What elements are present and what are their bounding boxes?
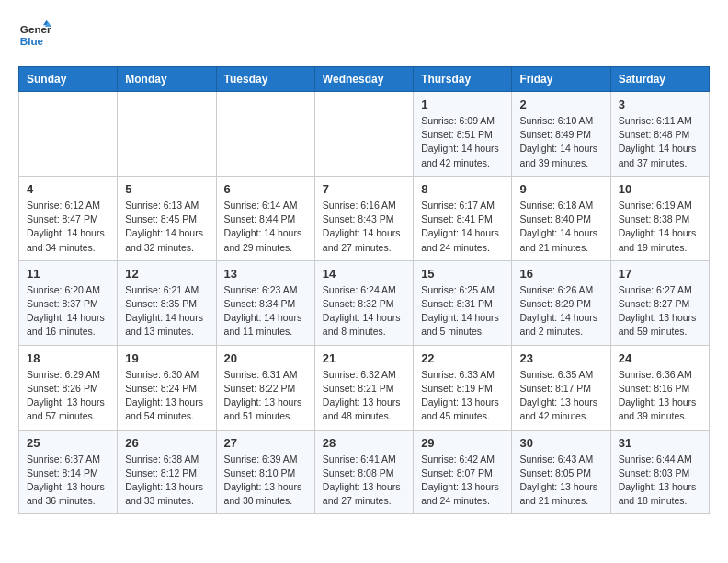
day-info: Sunrise: 6:31 AMSunset: 8:22 PMDaylight:… (224, 368, 307, 424)
day-info: Sunrise: 6:13 AMSunset: 8:45 PMDaylight:… (125, 199, 208, 255)
day-number: 29 (421, 436, 504, 450)
calendar-header-row: SundayMondayTuesdayWednesdayThursdayFrid… (19, 67, 710, 92)
day-info: Sunrise: 6:41 AMSunset: 8:08 PMDaylight:… (323, 453, 405, 509)
day-number: 3 (619, 98, 701, 111)
day-number: 13 (224, 267, 307, 281)
day-cell: 19Sunrise: 6:30 AMSunset: 8:24 PMDayligh… (118, 345, 216, 430)
day-number: 26 (125, 436, 208, 450)
day-info: Sunrise: 6:18 AMSunset: 8:40 PMDaylight:… (519, 199, 602, 255)
day-cell: 10Sunrise: 6:19 AMSunset: 8:38 PMDayligh… (610, 176, 709, 260)
day-cell: 27Sunrise: 6:39 AMSunset: 8:10 PMDayligh… (216, 430, 314, 514)
header-friday: Friday (512, 67, 610, 92)
day-number: 28 (323, 436, 405, 450)
day-number: 18 (27, 351, 109, 365)
day-info: Sunrise: 6:36 AMSunset: 8:16 PMDaylight:… (619, 368, 701, 424)
header-wednesday: Wednesday (314, 67, 413, 92)
day-cell (19, 92, 118, 177)
day-number: 6 (224, 182, 307, 196)
day-info: Sunrise: 6:14 AMSunset: 8:44 PMDaylight:… (224, 199, 307, 255)
day-info: Sunrise: 6:43 AMSunset: 8:05 PMDaylight:… (519, 453, 602, 509)
day-cell: 5Sunrise: 6:13 AMSunset: 8:45 PMDaylight… (118, 176, 216, 260)
day-cell: 23Sunrise: 6:35 AMSunset: 8:17 PMDayligh… (512, 345, 610, 430)
day-info: Sunrise: 6:20 AMSunset: 8:37 PMDaylight:… (27, 283, 109, 339)
header-thursday: Thursday (414, 67, 512, 92)
day-info: Sunrise: 6:44 AMSunset: 8:03 PMDaylight:… (619, 453, 701, 509)
day-cell: 16Sunrise: 6:26 AMSunset: 8:29 PMDayligh… (512, 260, 610, 345)
day-number: 19 (125, 351, 208, 365)
day-cell: 29Sunrise: 6:42 AMSunset: 8:07 PMDayligh… (414, 430, 512, 514)
day-number: 23 (519, 351, 602, 365)
day-number: 25 (27, 436, 109, 450)
day-number: 31 (619, 436, 701, 450)
day-number: 27 (224, 436, 307, 450)
day-number: 12 (125, 267, 208, 281)
day-info: Sunrise: 6:32 AMSunset: 8:21 PMDaylight:… (323, 368, 405, 424)
day-cell: 15Sunrise: 6:25 AMSunset: 8:31 PMDayligh… (414, 260, 512, 345)
day-cell (314, 92, 413, 177)
day-number: 10 (619, 182, 701, 196)
day-cell: 3Sunrise: 6:11 AMSunset: 8:48 PMDaylight… (610, 92, 709, 177)
day-cell: 20Sunrise: 6:31 AMSunset: 8:22 PMDayligh… (216, 345, 314, 430)
day-cell: 21Sunrise: 6:32 AMSunset: 8:21 PMDayligh… (314, 345, 413, 430)
day-cell: 17Sunrise: 6:27 AMSunset: 8:27 PMDayligh… (610, 260, 709, 345)
day-cell: 18Sunrise: 6:29 AMSunset: 8:26 PMDayligh… (19, 345, 118, 430)
day-cell: 6Sunrise: 6:14 AMSunset: 8:44 PMDaylight… (216, 176, 314, 260)
day-number: 1 (421, 98, 504, 111)
day-cell: 2Sunrise: 6:10 AMSunset: 8:49 PMDaylight… (512, 92, 610, 177)
week-row-2: 4Sunrise: 6:12 AMSunset: 8:47 PMDaylight… (19, 176, 710, 260)
day-number: 7 (323, 182, 405, 196)
day-info: Sunrise: 6:23 AMSunset: 8:34 PMDaylight:… (224, 283, 307, 339)
day-info: Sunrise: 6:38 AMSunset: 8:12 PMDaylight:… (125, 453, 208, 509)
day-info: Sunrise: 6:24 AMSunset: 8:32 PMDaylight:… (323, 283, 405, 339)
day-info: Sunrise: 6:17 AMSunset: 8:41 PMDaylight:… (421, 199, 504, 255)
day-info: Sunrise: 6:37 AMSunset: 8:14 PMDaylight:… (27, 453, 109, 509)
day-cell: 13Sunrise: 6:23 AMSunset: 8:34 PMDayligh… (216, 260, 314, 345)
day-cell: 7Sunrise: 6:16 AMSunset: 8:43 PMDaylight… (314, 176, 413, 260)
day-number: 11 (27, 267, 109, 281)
week-row-1: 1Sunrise: 6:09 AMSunset: 8:51 PMDaylight… (19, 92, 710, 177)
day-cell: 22Sunrise: 6:33 AMSunset: 8:19 PMDayligh… (414, 345, 512, 430)
svg-text:Blue: Blue (20, 35, 44, 47)
day-cell: 11Sunrise: 6:20 AMSunset: 8:37 PMDayligh… (19, 260, 118, 345)
day-info: Sunrise: 6:09 AMSunset: 8:51 PMDaylight:… (421, 114, 504, 170)
day-info: Sunrise: 6:33 AMSunset: 8:19 PMDaylight:… (421, 368, 504, 424)
day-info: Sunrise: 6:29 AMSunset: 8:26 PMDaylight:… (27, 368, 109, 424)
day-number: 17 (619, 267, 701, 281)
day-info: Sunrise: 6:39 AMSunset: 8:10 PMDaylight:… (224, 453, 307, 509)
day-number: 22 (421, 351, 504, 365)
day-cell: 4Sunrise: 6:12 AMSunset: 8:47 PMDaylight… (19, 176, 118, 260)
day-cell (118, 92, 216, 177)
header-sunday: Sunday (19, 67, 118, 92)
day-info: Sunrise: 6:30 AMSunset: 8:24 PMDaylight:… (125, 368, 208, 424)
day-info: Sunrise: 6:11 AMSunset: 8:48 PMDaylight:… (619, 114, 701, 170)
day-cell (216, 92, 314, 177)
day-number: 2 (519, 98, 602, 111)
day-cell: 8Sunrise: 6:17 AMSunset: 8:41 PMDaylight… (414, 176, 512, 260)
day-cell: 31Sunrise: 6:44 AMSunset: 8:03 PMDayligh… (610, 430, 709, 514)
logo: General Blue (18, 18, 51, 52)
day-cell: 28Sunrise: 6:41 AMSunset: 8:08 PMDayligh… (314, 430, 413, 514)
day-info: Sunrise: 6:10 AMSunset: 8:49 PMDaylight:… (519, 114, 602, 170)
day-info: Sunrise: 6:35 AMSunset: 8:17 PMDaylight:… (519, 368, 602, 424)
day-cell: 24Sunrise: 6:36 AMSunset: 8:16 PMDayligh… (610, 345, 709, 430)
day-number: 4 (27, 182, 109, 196)
week-row-3: 11Sunrise: 6:20 AMSunset: 8:37 PMDayligh… (19, 260, 710, 345)
day-cell: 9Sunrise: 6:18 AMSunset: 8:40 PMDaylight… (512, 176, 610, 260)
week-row-4: 18Sunrise: 6:29 AMSunset: 8:26 PMDayligh… (19, 345, 710, 430)
day-number: 15 (421, 267, 504, 281)
day-info: Sunrise: 6:21 AMSunset: 8:35 PMDaylight:… (125, 283, 208, 339)
logo-icon: General Blue (18, 18, 51, 52)
page-header: General Blue (18, 18, 710, 52)
day-number: 8 (421, 182, 504, 196)
header-tuesday: Tuesday (216, 67, 314, 92)
day-cell: 26Sunrise: 6:38 AMSunset: 8:12 PMDayligh… (118, 430, 216, 514)
header-saturday: Saturday (610, 67, 709, 92)
day-number: 5 (125, 182, 208, 196)
day-info: Sunrise: 6:12 AMSunset: 8:47 PMDaylight:… (27, 199, 109, 255)
day-info: Sunrise: 6:26 AMSunset: 8:29 PMDaylight:… (519, 283, 602, 339)
day-number: 30 (519, 436, 602, 450)
header-monday: Monday (118, 67, 216, 92)
day-cell: 30Sunrise: 6:43 AMSunset: 8:05 PMDayligh… (512, 430, 610, 514)
day-number: 20 (224, 351, 307, 365)
day-cell: 14Sunrise: 6:24 AMSunset: 8:32 PMDayligh… (314, 260, 413, 345)
